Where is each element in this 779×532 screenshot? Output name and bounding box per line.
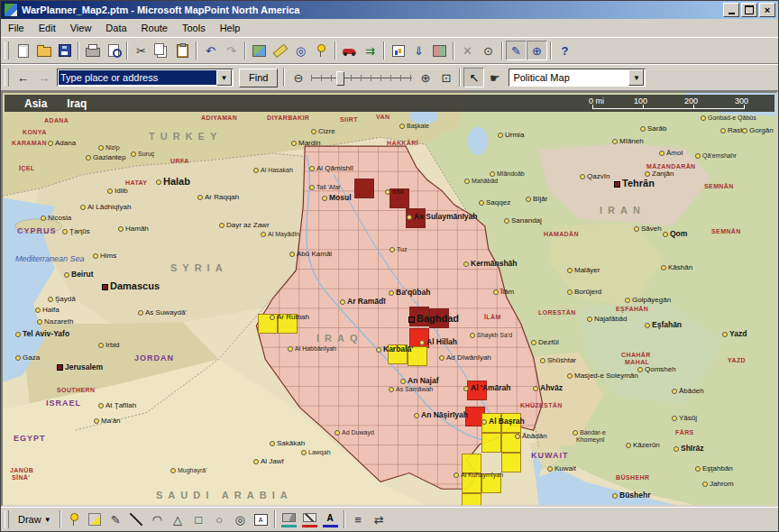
pan-tool-button[interactable]: ☛ bbox=[484, 68, 505, 87]
toolbar-separator bbox=[274, 510, 276, 528]
redo-button[interactable]: ↷ bbox=[221, 41, 242, 60]
legend-overview-button[interactable] bbox=[249, 41, 270, 60]
maximize-button[interactable] bbox=[741, 3, 757, 17]
data-mapping-wizard-button[interactable] bbox=[388, 41, 408, 60]
arrow-style-button[interactable]: ⇄ bbox=[369, 509, 390, 529]
radius-circle-tool-icon: ◎ bbox=[234, 514, 244, 526]
draw-menu-label: Draw bbox=[18, 514, 41, 525]
open-button[interactable] bbox=[33, 41, 54, 60]
measurement-button[interactable] bbox=[270, 41, 290, 60]
save-button[interactable] bbox=[54, 41, 75, 60]
line-color-button[interactable] bbox=[299, 509, 320, 529]
place-search-input[interactable]: Type place or address bbox=[59, 70, 216, 85]
highlighter-tool-button[interactable] bbox=[85, 509, 105, 529]
find-button[interactable]: Find bbox=[239, 69, 278, 87]
menu-help[interactable]: Help bbox=[213, 20, 248, 36]
forward-button[interactable]: → bbox=[33, 68, 54, 87]
help-button[interactable]: ? bbox=[554, 41, 575, 60]
title-bar: WarPlanner_Map2.ptm - Microsoft MapPoint… bbox=[1, 1, 778, 19]
pushpin-tool-button[interactable] bbox=[64, 509, 85, 529]
app-window: WarPlanner_Map2.ptm - Microsoft MapPoint… bbox=[0, 0, 779, 532]
toolbar-separator bbox=[550, 41, 552, 60]
menu-data[interactable]: Data bbox=[98, 20, 133, 36]
zoom-selection-button[interactable]: ⊡ bbox=[435, 68, 456, 87]
import-data-wizard-button[interactable]: ⇓ bbox=[408, 41, 429, 60]
close-button[interactable]: × bbox=[759, 3, 775, 17]
toolbar-grip[interactable] bbox=[5, 69, 9, 87]
copy-button[interactable] bbox=[151, 41, 172, 60]
print-preview-button[interactable] bbox=[103, 41, 124, 60]
rectangle-tool-button[interactable]: □ bbox=[188, 509, 209, 529]
minimize-button[interactable] bbox=[723, 3, 739, 17]
toolbar-grip[interactable] bbox=[5, 510, 9, 528]
preview-icon bbox=[108, 44, 119, 57]
pencil-tool-icon: ✎ bbox=[111, 514, 121, 526]
route-planner-button[interactable] bbox=[339, 41, 360, 60]
drawing-toolbar-toggle-icon: ✎ bbox=[511, 45, 521, 57]
menu-bar: FileEditViewDataRouteToolsHelp bbox=[1, 19, 778, 37]
zoom-in-button[interactable]: ⊕ bbox=[415, 68, 435, 87]
location-sensor-button[interactable]: ◎ bbox=[290, 41, 311, 60]
line-icon bbox=[130, 513, 142, 526]
menu-edit[interactable]: Edit bbox=[32, 20, 63, 36]
menu-route[interactable]: Route bbox=[134, 20, 175, 36]
chart-icon bbox=[392, 45, 405, 57]
map-style-dropdown-button[interactable]: ▼ bbox=[628, 69, 644, 86]
fill-icon bbox=[282, 513, 296, 522]
zoom-slider[interactable] bbox=[311, 69, 412, 86]
freeform-tool-button[interactable]: △ bbox=[168, 509, 188, 529]
breadcrumb-continent[interactable]: Asia bbox=[24, 97, 47, 110]
territory-manager-button[interactable] bbox=[429, 41, 450, 60]
back-button[interactable]: ← bbox=[13, 68, 33, 87]
undo-button[interactable]: ↶ bbox=[200, 41, 221, 60]
menu-view[interactable]: View bbox=[63, 20, 99, 36]
draw-menu-button[interactable]: Draw ▼ bbox=[13, 512, 57, 527]
location-toolbar-toggle-icon: ⊕ bbox=[532, 45, 542, 57]
new-map-button[interactable] bbox=[13, 41, 33, 60]
paste-icon bbox=[177, 44, 188, 58]
arc-tool-button[interactable]: ◠ bbox=[147, 509, 168, 529]
breadcrumb-country[interactable]: Iraq bbox=[67, 97, 87, 110]
pin-icon bbox=[317, 44, 325, 52]
drawing-toolbar: Draw ▼ ✎◠△□○◎AA≡⇄ bbox=[1, 507, 778, 531]
driving-directions-button[interactable]: ⇉ bbox=[360, 41, 380, 60]
arc-tool-icon: ◠ bbox=[151, 514, 161, 526]
find-nearby-button[interactable]: ⊙ bbox=[478, 41, 499, 60]
new-pushpin-button[interactable] bbox=[311, 41, 332, 60]
print-button[interactable] bbox=[82, 41, 103, 60]
window-title: WarPlanner_Map2.ptm - Microsoft MapPoint… bbox=[22, 5, 299, 15]
oval-tool-button[interactable]: ○ bbox=[209, 509, 230, 529]
map-view[interactable]: KONYAADANAKARAMANİÇELAdanaADIYAMANDIYARB… bbox=[1, 91, 778, 507]
fill-color-button[interactable] bbox=[279, 509, 299, 529]
drawing-toolbar-toggle-button[interactable]: ✎ bbox=[506, 41, 527, 60]
pencil-tool-button[interactable]: ✎ bbox=[105, 509, 126, 529]
location-toolbar-toggle-button[interactable]: ⊕ bbox=[527, 41, 547, 60]
place-search-combo[interactable]: Type place or address ▼ bbox=[57, 69, 234, 87]
help-icon: ? bbox=[562, 45, 569, 57]
line-weight-icon: ≡ bbox=[354, 514, 362, 526]
line-tool-button[interactable] bbox=[126, 509, 147, 529]
text-box-tool-button[interactable]: A bbox=[251, 509, 271, 529]
select-pointer-button[interactable]: ↖ bbox=[463, 68, 484, 87]
toolbar-grip[interactable] bbox=[5, 41, 9, 60]
menu-tools[interactable]: Tools bbox=[175, 20, 213, 36]
font-color-button[interactable]: A bbox=[320, 509, 341, 529]
find-nearby-icon: ⊙ bbox=[483, 45, 493, 57]
toolbar-separator bbox=[196, 41, 197, 60]
search-dropdown-button[interactable]: ▼ bbox=[216, 69, 232, 86]
save-icon bbox=[59, 44, 71, 57]
toolbar-separator bbox=[283, 69, 285, 87]
territory-icon bbox=[433, 45, 446, 57]
paste-button[interactable] bbox=[172, 41, 193, 60]
menu-file[interactable]: File bbox=[1, 20, 32, 36]
toolbar-separator bbox=[383, 41, 385, 60]
map-style-dropdown[interactable]: Political Map ▼ bbox=[509, 69, 646, 87]
car-icon bbox=[343, 49, 356, 54]
cut-button[interactable]: ✂ bbox=[131, 41, 151, 60]
line-weight-button[interactable]: ≡ bbox=[348, 509, 369, 529]
zoom-out-button[interactable]: ⊖ bbox=[288, 68, 308, 87]
zoom-slider-handle[interactable] bbox=[336, 71, 344, 86]
ruler-icon bbox=[272, 43, 288, 58]
delete-button[interactable]: ✕ bbox=[457, 41, 478, 60]
radius-circle-tool-button[interactable]: ◎ bbox=[230, 509, 251, 529]
